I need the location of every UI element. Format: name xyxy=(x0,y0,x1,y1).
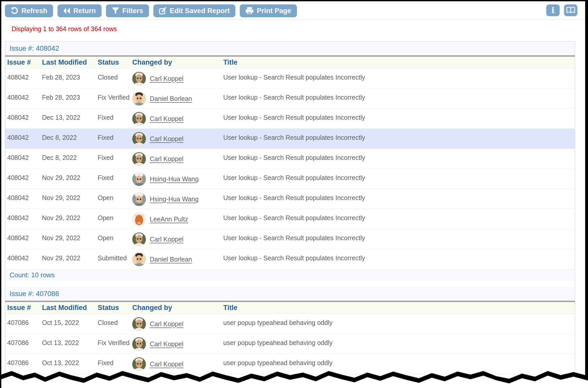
table-row[interactable]: 407086 Oct 13, 2022 Fixed Carl Koppel us… xyxy=(5,354,575,374)
title-cell: User lookup - Search Result populates In… xyxy=(223,189,575,209)
help-book-button[interactable] xyxy=(564,4,577,16)
user-avatar[interactable] xyxy=(132,192,146,206)
user-link[interactable]: Hsing-Hua Wang xyxy=(150,175,198,183)
return-icon xyxy=(63,7,70,14)
table-row[interactable]: 408042 Dec 13, 2022 Fixed Carl Koppel Us… xyxy=(5,109,575,129)
toolbar: Refresh Return Filters Edit Saved Report… xyxy=(1,1,585,20)
info-icon: i xyxy=(551,6,554,14)
user-link[interactable]: Carl Koppel xyxy=(150,135,184,143)
status-cell: Submitted xyxy=(98,249,132,269)
user-link[interactable]: LeeAnn Pultz xyxy=(150,215,188,223)
user-avatar[interactable] xyxy=(132,172,146,186)
date-cell: Dec 8, 2022 xyxy=(42,149,98,169)
user-link[interactable]: Carl Koppel xyxy=(150,236,184,243)
table-row[interactable]: 408042 Feb 28, 2023 Fix Verified Daniel … xyxy=(5,89,575,109)
user-link[interactable]: Carl Koppel xyxy=(150,360,184,368)
table-row[interactable]: 408042 Feb 28, 2023 Closed Carl Koppel U… xyxy=(5,68,575,89)
changed-by-cell: Carl Koppel xyxy=(132,315,223,332)
refresh-button[interactable]: Refresh xyxy=(5,4,53,17)
changed-by-cell: Daniel Borlean xyxy=(132,90,223,107)
user-link[interactable]: Carl Koppel xyxy=(150,115,184,123)
date-cell: Nov 29, 2022 xyxy=(42,169,98,189)
status-cell: Fix Verified xyxy=(98,89,132,108)
issue-cell: 408042 xyxy=(7,249,42,269)
col-status: Status xyxy=(98,304,132,312)
date-cell: Nov 29, 2022 xyxy=(42,189,98,209)
date-cell: Oct 13, 2022 xyxy=(42,334,98,354)
status-cell: Closed xyxy=(98,314,132,334)
section-gap xyxy=(5,281,575,287)
changed-by-cell: Daniel Borlean xyxy=(132,251,223,268)
user-avatar[interactable] xyxy=(132,112,146,126)
edit-saved-report-button[interactable]: Edit Saved Report xyxy=(153,4,236,17)
changed-by-cell: Carl Koppel xyxy=(132,110,223,127)
title-cell: User lookup - Search Result populates In… xyxy=(223,169,575,189)
user-link[interactable]: Daniel Borlean xyxy=(150,95,192,102)
table-row[interactable]: 407086 Oct 15, 2022 Closed Carl Koppel u… xyxy=(5,314,575,334)
print-page-button[interactable]: Print Page xyxy=(240,4,297,17)
report-table: Issue #: 408042 Issue # Last Modified St… xyxy=(5,41,575,388)
toolbar-right-group: i xyxy=(546,4,577,16)
issue-cell: 408042 xyxy=(7,89,42,108)
issue-cell: 408042 xyxy=(7,189,42,209)
user-link[interactable]: Carl Koppel xyxy=(150,155,184,163)
return-button[interactable]: Return xyxy=(57,4,102,17)
table-row-selected[interactable]: 408042 Dec 8, 2022 Fixed Carl Koppel Use… xyxy=(5,129,575,149)
date-cell: Feb 28, 2023 xyxy=(42,68,98,88)
user-avatar[interactable] xyxy=(132,377,146,388)
user-avatar[interactable] xyxy=(132,337,146,351)
user-link[interactable]: Hsing-Hua Wang xyxy=(150,195,198,203)
date-cell: Dec 8, 2022 xyxy=(42,129,98,149)
issue-cell: 408042 xyxy=(7,129,42,149)
title-cell: User lookup - Search Result populates In… xyxy=(223,89,575,108)
table-row[interactable]: 408042 Nov 29, 2022 Open LeeAnn Pultz Us… xyxy=(5,209,575,229)
user-link[interactable]: Carl Koppel xyxy=(150,320,184,328)
status-cell: Fixed xyxy=(98,149,132,169)
user-link[interactable]: Carl Koppel xyxy=(150,340,184,348)
user-avatar[interactable] xyxy=(132,357,146,371)
status-cell: Fix Verified xyxy=(98,334,132,354)
print-page-label: Print Page xyxy=(257,7,291,15)
issue-cell: 408042 xyxy=(7,209,42,229)
user-link[interactable]: Carl Koppel xyxy=(150,75,184,82)
changed-by-cell: LeeAnn Pultz xyxy=(132,211,223,228)
table-row[interactable]: 407086 Oct 13, 2022 Fix Verified Carl Ko… xyxy=(5,334,575,354)
title-cell: User lookup - Search Result populates In… xyxy=(223,129,575,149)
status-cell: Fixed xyxy=(98,109,132,128)
changed-by-cell: Carl Koppel xyxy=(132,231,223,248)
refresh-label: Refresh xyxy=(21,7,47,15)
table-row[interactable]: 408042 Nov 29, 2022 Submitted Daniel Bor… xyxy=(5,249,575,269)
changed-by-cell: Carl Koppel xyxy=(132,130,223,147)
row-count-status: Displaying 1 to 364 rows of 364 rows xyxy=(1,20,585,35)
user-avatar[interactable] xyxy=(132,72,146,85)
info-button[interactable]: i xyxy=(546,4,560,16)
refresh-icon xyxy=(11,7,18,15)
status-cell: Fixed xyxy=(98,374,132,388)
user-link[interactable]: Daniel Borlean xyxy=(150,256,192,263)
changed-by-cell: Carl Koppel xyxy=(132,70,223,87)
user-avatar[interactable] xyxy=(132,132,146,146)
filters-button[interactable]: Filters xyxy=(106,4,149,17)
table-row[interactable]: 408042 Nov 29, 2022 Open Carl Koppel Use… xyxy=(5,229,575,249)
status-cell: Fixed xyxy=(98,129,132,149)
table-row[interactable]: 408042 Dec 8, 2022 Fixed Carl Koppel Use… xyxy=(5,149,575,169)
table-row[interactable]: 407086 Oct 13, 2022 Fixed Hsing-Hua Wang… xyxy=(5,374,575,388)
user-avatar[interactable] xyxy=(132,212,146,226)
title-cell: User lookup - Search Result populates In… xyxy=(223,209,575,229)
user-avatar[interactable] xyxy=(132,92,146,106)
table-row[interactable]: 408042 Nov 29, 2022 Open Hsing-Hua Wang … xyxy=(5,189,575,209)
user-link[interactable]: Hsing-Hua Wang xyxy=(150,381,198,388)
column-header-row: Issue # Last Modified Status Changed by … xyxy=(5,57,575,68)
return-label: Return xyxy=(73,7,96,15)
user-avatar[interactable] xyxy=(132,317,146,331)
date-cell: Oct 13, 2022 xyxy=(42,354,98,374)
user-avatar[interactable] xyxy=(132,253,146,266)
title-cell: User lookup - Search Result populates In… xyxy=(223,149,575,169)
filter-icon xyxy=(112,7,119,14)
issue-cell: 408042 xyxy=(7,149,42,169)
table-row[interactable]: 408042 Nov 29, 2022 Fixed Hsing-Hua Wang… xyxy=(5,169,575,189)
col-title: Title xyxy=(223,58,575,66)
title-cell: user popup typeahead behaving oddly xyxy=(223,354,575,374)
user-avatar[interactable] xyxy=(132,232,146,246)
user-avatar[interactable] xyxy=(132,152,146,166)
